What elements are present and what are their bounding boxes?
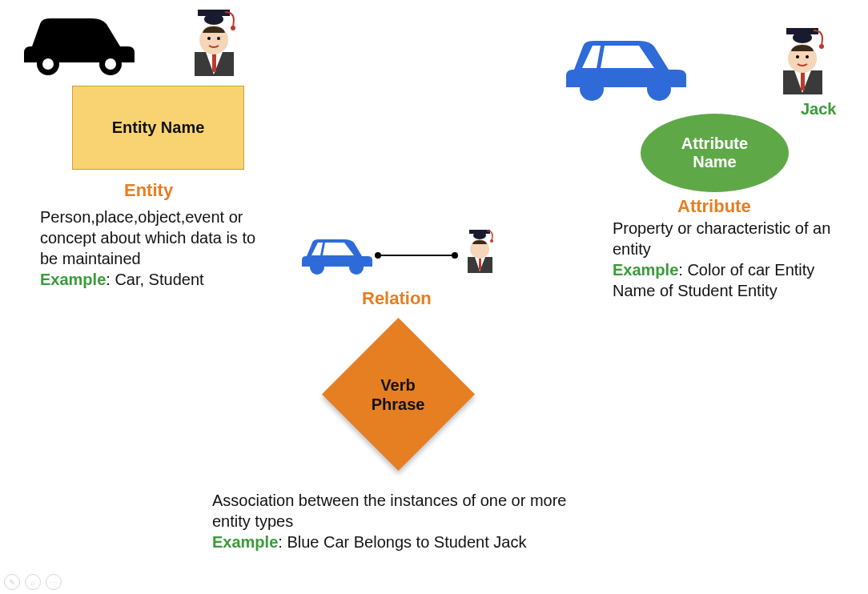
svg-point-11: [217, 37, 220, 40]
svg-point-8: [204, 14, 223, 25]
car-blue-icon-2: [296, 232, 376, 280]
entity-example-label: Example: [40, 271, 106, 288]
pen-icon[interactable]: ✎: [4, 574, 20, 590]
svg-point-13: [647, 77, 671, 101]
svg-point-1: [42, 58, 54, 70]
attribute-description: Property or characteristic of an entity: [613, 219, 830, 258]
entity-name-box: Entity Name: [72, 86, 244, 170]
svg-point-9: [231, 26, 235, 30]
svg-point-23: [349, 260, 364, 275]
relation-example-text: : Blue Car Belongs to Student Jack: [278, 533, 526, 551]
attribute-ellipse-line1: Attribute: [681, 134, 748, 153]
attribute-ellipse: Attribute Name: [641, 114, 789, 192]
diamond-line2: Phrase: [372, 395, 425, 413]
svg-point-28: [473, 231, 486, 239]
attribute-description-block: Property or characteristic of an entity …: [613, 218, 861, 301]
svg-point-19: [819, 44, 824, 49]
relation-example-label: Example: [212, 533, 278, 551]
svg-point-29: [490, 239, 493, 243]
svg-point-12: [580, 77, 604, 101]
relation-diamond: Verb Phrase: [322, 318, 475, 471]
attribute-ellipse-line2: Name: [693, 153, 736, 171]
entity-description-block: Person,place,object,event or concept abo…: [40, 207, 276, 290]
entity-section-label: Entity: [124, 180, 173, 201]
more-icon[interactable]: ⋯: [46, 574, 62, 590]
relation-section-label: Relation: [362, 288, 432, 309]
svg-point-3: [105, 58, 116, 70]
svg-point-20: [796, 55, 799, 58]
relation-description: Association between the instances of one…: [212, 492, 566, 530]
svg-point-22: [310, 260, 324, 275]
car-blue-icon-1: [557, 28, 693, 107]
svg-rect-15: [801, 70, 805, 90]
svg-rect-25: [479, 257, 481, 270]
entity-example-text: : Car, Student: [106, 271, 203, 288]
student-icon-3: [458, 226, 502, 279]
relation-dot-right: [452, 252, 458, 259]
svg-point-10: [207, 37, 211, 40]
car-black-icon: [16, 6, 140, 82]
relation-description-block: Association between the instances of one…: [212, 490, 589, 552]
svg-rect-5: [212, 52, 216, 72]
entity-box-label: Entity Name: [112, 118, 205, 137]
jack-label: Jack: [801, 100, 837, 118]
relation-line: [376, 255, 456, 256]
student-icon-1: [180, 4, 248, 83]
zoom-icon[interactable]: ⌕: [25, 574, 41, 590]
attribute-example-label: Example: [613, 261, 678, 279]
entity-description: Person,place,object,event or concept abo…: [40, 208, 255, 267]
svg-point-18: [793, 32, 812, 43]
relation-dot-left: [375, 252, 381, 259]
diamond-line1: Verb: [381, 376, 416, 394]
student-icon-2: [769, 22, 837, 102]
attribute-section-label: Attribute: [677, 196, 751, 217]
bottom-controls: ✎ ⌕ ⋯: [4, 574, 62, 590]
svg-point-21: [806, 55, 809, 58]
